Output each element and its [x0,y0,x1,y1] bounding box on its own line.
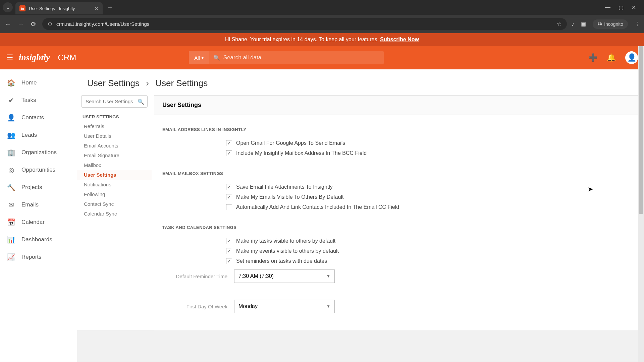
reports-icon: 📈 [7,253,15,261]
add-button[interactable]: ➕ [588,53,597,62]
forward-button[interactable]: → [17,20,25,28]
search-scope-label: All [194,55,200,61]
chevron-right-icon: › [146,78,149,88]
nav-item-label: Home [21,79,37,86]
nav-item-calendar[interactable]: 📅Calendar [0,214,77,231]
close-tab-icon[interactable]: ✕ [94,5,99,12]
global-search-input[interactable] [209,51,384,64]
chevron-down-icon: ▾ [201,55,204,61]
checkbox[interactable] [226,238,232,244]
section-title-email-links: EMAIL ADDRESS LINKS IN INSIGHTLY [162,127,630,132]
checkbox-label: Automatically Add And Link Contacts Incl… [236,204,399,210]
incognito-label: Incognito [604,21,623,27]
first-day-label: First Day Of Week [162,304,229,309]
breadcrumb: User Settings › User Settings [77,69,644,95]
nav-item-reports[interactable]: 📈Reports [0,248,77,266]
settings-link-user-settings[interactable]: User Settings [77,170,152,180]
emails-icon: ✉ [7,201,15,209]
checkbox-row: Open Gmail For Google Apps To Send Email… [162,138,630,148]
settings-link-email-signature[interactable]: Email Signature [77,150,152,160]
section-title-mailbox: EMAIL MAILBOX SETTINGS [162,171,630,176]
side-panel-icon[interactable]: ▣ [581,21,586,27]
checkbox-label: Make My Emails Visible To Others By Defa… [236,194,343,200]
incognito-badge[interactable]: 🕶 Incognito [593,19,628,29]
checkbox-label: Set reminders on tasks with due dates [236,258,327,264]
notifications-icon[interactable]: 🔔 [607,53,616,62]
primary-nav: 🏠Home✔Tasks👤Contacts👥Leads🏢Organizations… [0,69,77,362]
checkbox[interactable] [226,194,232,200]
settings-link-mailbox[interactable]: Mailbox [77,160,152,170]
new-tab-button[interactable]: ＋ [103,1,117,14]
checkbox-row: Make my tasks visible to others by defau… [162,236,630,246]
back-button[interactable]: ← [4,20,12,28]
nav-item-label: Contacts [21,114,44,121]
tab-list-dropdown[interactable]: ⌄ [3,2,13,12]
settings-link-calendar-sync[interactable]: Calendar Sync [77,209,152,219]
logo[interactable]: insightly [19,53,50,63]
breadcrumb-root[interactable]: User Settings [87,78,140,88]
first-day-select[interactable]: Monday ▼ [234,300,335,313]
nav-item-contacts[interactable]: 👤Contacts [0,109,77,126]
nav-item-organizations[interactable]: 🏢Organizations [0,144,77,161]
breadcrumb-current: User Settings [155,78,208,88]
reminder-time-label: Default Reminder Time [162,274,229,279]
nav-item-home[interactable]: 🏠Home [0,74,77,92]
checkbox[interactable] [226,248,232,254]
minimize-window-icon[interactable]: ― [605,4,610,11]
reload-button[interactable]: ⟳ [30,20,38,28]
scrollbar-thumb[interactable] [639,46,643,214]
contacts-icon: 👤 [7,114,15,122]
browser-menu-icon[interactable]: ⋮ [635,21,640,27]
checkbox[interactable] [226,258,232,264]
settings-link-contact-sync[interactable]: Contact Sync [77,199,152,209]
bookmark-star-icon[interactable]: ☆ [557,21,561,27]
reminder-time-select[interactable]: 7:30 AM (7:30) ▼ [234,269,335,283]
nav-item-dashboards[interactable]: 📊Dashboards [0,231,77,248]
site-info-icon[interactable]: ⚙ [48,21,52,27]
panel-title: User Settings [154,96,638,115]
settings-link-email-accounts[interactable]: Email Accounts [77,141,152,150]
nav-item-tasks[interactable]: ✔Tasks [0,92,77,109]
leads-icon: 👥 [7,131,15,139]
settings-link-user-details[interactable]: User Details [77,131,152,141]
settings-link-following[interactable]: Following [77,189,152,199]
settings-link-referrals[interactable]: Referrals [77,121,152,131]
checkbox[interactable] [226,150,232,156]
nav-item-opportunities[interactable]: ◎Opportunities [0,161,77,179]
nav-item-label: Dashboards [21,236,52,243]
tab-title: User Settings - Insightly [29,6,91,11]
nav-item-emails[interactable]: ✉Emails [0,196,77,214]
organizations-icon: 🏢 [7,148,15,157]
address-bar[interactable]: ⚙ crm.na1.insightly.com/Users/UserSettin… [42,18,567,30]
checkbox-row: Save Email File Attachments To Insightly [162,182,630,192]
checkbox[interactable] [226,204,232,210]
settings-link-notifications[interactable]: Notifications [77,180,152,189]
checkbox-row: Make my events visible to others by defa… [162,246,630,256]
nav-item-label: Leads [21,132,37,138]
search-icon[interactable]: 🔍 [138,98,144,105]
first-day-value: Monday [238,303,258,309]
checkbox-row: Set reminders on tasks with due dates [162,256,630,266]
maximize-window-icon[interactable]: ▢ [619,4,624,11]
section-title-task-cal: TASK AND CALENDAR SETTINGS [162,225,630,230]
hamburger-menu-icon[interactable]: ☰ [6,53,13,62]
nav-item-projects[interactable]: 🔨Projects [0,179,77,196]
checkbox[interactable] [226,140,232,146]
checkbox-label: Include My Insightly Mailbox Address In … [236,150,367,156]
nav-item-leads[interactable]: 👥Leads [0,126,77,144]
nav-item-label: Tasks [21,97,36,104]
media-control-icon[interactable]: ♪ [572,21,574,27]
dashboards-icon: 📊 [7,236,15,244]
checkbox[interactable] [226,184,232,190]
search-scope-dropdown[interactable]: All ▾ [189,51,209,64]
subscribe-link[interactable]: Subscribe Now [380,37,419,42]
vertical-scrollbar[interactable] [638,46,644,362]
favicon-icon: in [19,5,25,11]
settings-category-header: USER SETTINGS [77,111,152,121]
crm-label: CRM [58,53,76,62]
browser-tab[interactable]: in User Settings - Insightly ✕ [15,2,103,14]
nav-item-label: Reports [21,254,42,260]
user-avatar[interactable]: 👤 [625,51,638,64]
close-window-icon[interactable]: ✕ [632,4,636,11]
settings-subnav: 🔍 USER SETTINGS ReferralsUser DetailsEma… [77,95,154,330]
